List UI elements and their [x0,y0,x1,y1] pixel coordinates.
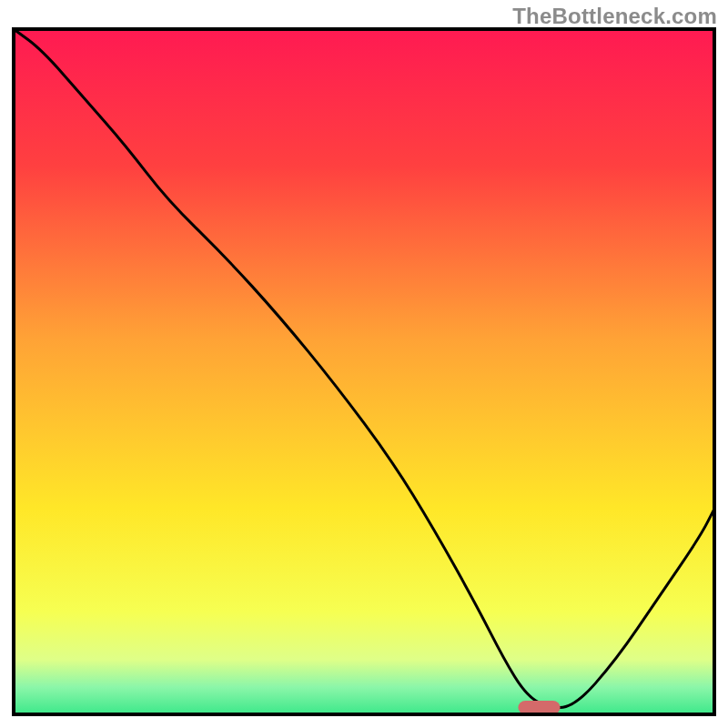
selected-point-marker [518,701,560,714]
chart-plot-area [14,29,714,714]
bottleneck-chart [0,0,728,728]
